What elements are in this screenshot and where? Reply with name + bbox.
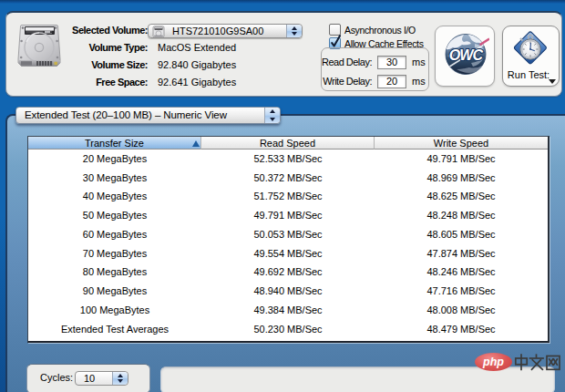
svg-text:OWC: OWC — [449, 47, 484, 63]
